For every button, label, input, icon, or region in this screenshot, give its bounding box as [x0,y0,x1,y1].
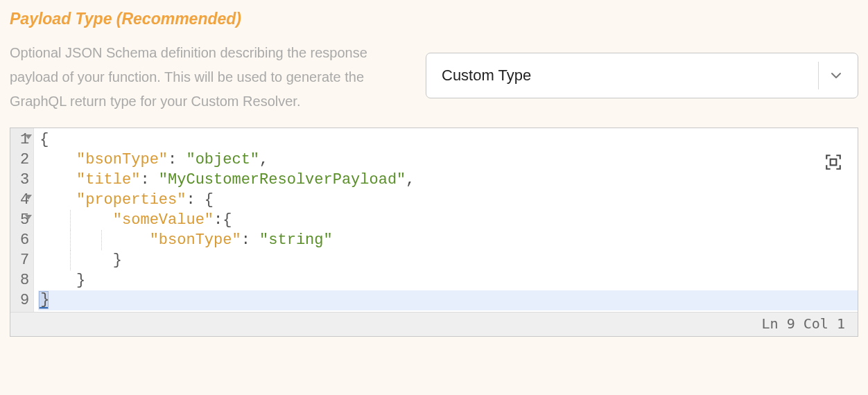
gutter-line: 6 [20,230,29,250]
chevron-down-icon [830,69,842,82]
code-line[interactable]: "someValue":{ [38,210,858,230]
section-title: Payload Type (Recommended) [10,10,398,28]
code-line[interactable] [38,290,858,310]
code-line[interactable]: } [38,270,858,290]
code-line[interactable]: "properties": { [38,190,858,210]
code-editor[interactable]: 123456789 { "bsonType": "object", "title… [10,128,858,337]
gutter-line: 3 [20,170,29,190]
select-value: Custom Type [442,67,813,85]
code-line[interactable]: } [38,250,858,270]
gutter-line: 1 [20,130,29,150]
fold-arrow-icon[interactable] [25,215,32,220]
editor-cursor [40,292,48,308]
code-line[interactable]: "bsonType": "string" [38,230,858,250]
editor-status-bar: Ln 9 Col 1 [10,312,858,336]
fold-arrow-icon[interactable] [25,134,32,139]
code-line[interactable]: { [38,130,858,150]
fold-arrow-icon[interactable] [25,195,32,200]
code-line[interactable]: "title": "MyCustomerResolverPayload", [38,170,858,190]
select-divider [818,62,819,89]
gutter-line: 2 [20,150,29,170]
gutter-line: 9 [20,290,29,310]
gutter-line: 7 [20,250,29,270]
gutter-line: 4 [20,190,29,210]
gutter-line: 5 [20,210,29,230]
payload-type-select[interactable]: Custom Type [426,53,858,98]
editor-code-area[interactable]: { "bsonType": "object", "title": "MyCust… [34,128,858,312]
code-line[interactable]: "bsonType": "object", [38,150,858,170]
editor-gutter: 123456789 [10,128,34,312]
gutter-line: 8 [20,270,29,290]
section-description: Optional JSON Schema definition describi… [10,41,398,114]
